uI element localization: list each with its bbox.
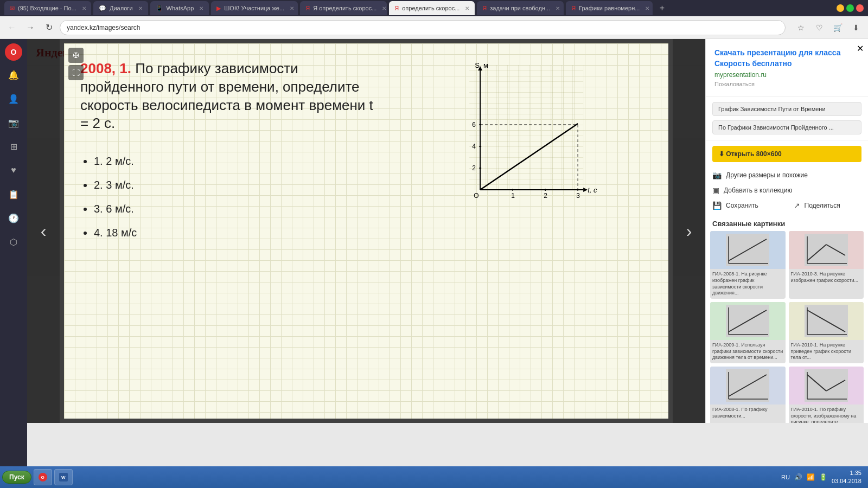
new-tab-button[interactable]: + — [655, 1, 669, 15]
tab-6-close[interactable]: ✕ — [465, 5, 469, 11]
taskbar: Пуск O W RU 🔊 📶 🔋 1:35 03.04.2018 — [0, 466, 868, 488]
clock-date: 03.04.2018 — [832, 477, 861, 485]
forward-button[interactable]: → — [23, 20, 38, 35]
tab-8-icon: Я — [571, 5, 576, 11]
panel-report-link[interactable]: Пожаловаться — [714, 81, 859, 87]
taskbar-right: RU 🔊 📶 🔋 1:35 03.04.2018 — [781, 469, 866, 486]
sidebar-item-camera[interactable]: 📷 — [4, 113, 23, 132]
nav-icon-group: ☆ ♡ 🛒 ⬇ — [793, 20, 864, 35]
panel-main-title: Скачать презентацию для класса Скорость … — [714, 48, 859, 69]
refresh-button[interactable]: ↻ — [41, 20, 56, 35]
svg-text:O: O — [474, 192, 478, 200]
panel-action-save-label: Сохранить — [726, 202, 758, 209]
cart-button[interactable]: 🛒 — [830, 20, 845, 35]
tab-4-close[interactable]: ✕ — [290, 5, 294, 11]
related-img-2[interactable]: ГИА-2010-3. На рисунке изображен график … — [789, 231, 864, 299]
panel-action-similar[interactable]: 📷 Другие размеры и похожие — [706, 168, 868, 183]
zoom-out-button[interactable]: ✠ — [68, 48, 84, 63]
battery-icon[interactable]: 🔋 — [819, 473, 827, 481]
tab-8-close[interactable]: ✕ — [645, 5, 649, 11]
related-img-2-text: ГИА-2010-3. На рисунке изображен график … — [789, 269, 864, 286]
taskbar-item-word[interactable]: W — [54, 469, 73, 485]
svg-text:t, с: t, с — [588, 186, 597, 194]
sidebar-item-grid[interactable]: ⊞ — [4, 137, 23, 156]
svg-text:3: 3 — [576, 192, 580, 200]
right-panel: ✕ Скачать презентацию для класса Скорост… — [705, 39, 868, 423]
svg-text:4: 4 — [472, 143, 476, 150]
panel-tag-2[interactable]: По Графики Зависимости Пройденного ... — [712, 120, 861, 134]
tab-5-close[interactable]: ✕ — [382, 5, 386, 11]
tab-6[interactable]: Я определить скорос... ✕ — [389, 1, 475, 15]
tab-8[interactable]: Я Графики равномерн... ✕ — [566, 1, 653, 15]
option-1: 1. 2 м/с. — [94, 149, 384, 173]
related-img-5-placeholder — [710, 367, 786, 404]
nav-bar: ← → ↻ ☆ ♡ 🛒 ⬇ — [0, 16, 868, 39]
tab-2[interactable]: 💬 Диалоги ✕ — [93, 1, 148, 15]
language-label: RU — [781, 474, 790, 480]
network-icon[interactable]: 📶 — [807, 473, 815, 481]
close-button[interactable] — [856, 4, 864, 12]
back-button[interactable]: ← — [4, 20, 20, 35]
tab-3-close[interactable]: ✕ — [199, 5, 203, 11]
related-img-1[interactable]: ГИА-2008-1. На рисунке изображен график … — [710, 231, 786, 299]
browser-window: ✉ (95) Входящие - По... ✕ 💬 Диалоги ✕ 📱 … — [0, 0, 868, 488]
sidebar-item-user[interactable]: 👤 — [4, 89, 23, 108]
close-panel-button[interactable]: ✕ — [857, 43, 864, 54]
sidebar-item-notifications[interactable]: 🔔 — [4, 65, 23, 85]
download-button[interactable]: ⬇ — [848, 20, 864, 35]
panel-action-save[interactable]: 💾 Сохранить — [706, 198, 787, 213]
next-image-button[interactable]: › — [673, 39, 705, 423]
tab-7-label: задачи при свободн... — [490, 5, 550, 11]
prev-image-button[interactable]: ‹ — [27, 39, 60, 423]
panel-action-collection-label: Добавить в коллекцию — [724, 187, 792, 194]
tab-2-close[interactable]: ✕ — [138, 5, 143, 11]
volume-icon[interactable]: 🔊 — [794, 473, 802, 481]
slide-number: 2008, 1. — [80, 60, 131, 76]
panel-action-collection[interactable]: ▣ Добавить в коллекцию — [706, 183, 868, 198]
tab-1-close[interactable]: ✕ — [82, 5, 86, 11]
slide-options-list: 1. 2 м/с. 2. 3 м/с. 3. 6 м/с. 4. 18 м/с — [80, 149, 384, 245]
minimize-button[interactable] — [837, 4, 844, 12]
sidebar-item-vr[interactable]: ⬡ — [4, 232, 23, 252]
tab-5[interactable]: Я Я определить скорос... ✕ — [300, 1, 387, 15]
tab-4[interactable]: ▶ ШОК! Участница же... ✕ — [211, 1, 298, 15]
language-button[interactable]: RU — [781, 474, 790, 480]
related-img-6[interactable]: ГИА-2010-1. По графику скорости, изображ… — [789, 367, 864, 423]
tab-7[interactable]: Я задачи при свободн... ✕ — [477, 1, 564, 15]
sidebar-item-favorites[interactable]: ♥ — [4, 160, 23, 180]
tab-3[interactable]: 📱 WhatsApp ✕ — [150, 1, 209, 15]
tab-6-label: определить скорос... — [402, 5, 459, 11]
taskbar-item-opera[interactable]: O — [34, 469, 52, 485]
heart-button[interactable]: ♡ — [812, 20, 827, 35]
graph-svg: t, с S, м 1 2 3 — [395, 60, 652, 211]
related-img-5[interactable]: ГИА-2008-1. По графику зависимости... — [710, 367, 786, 423]
related-img-2-placeholder — [789, 231, 864, 269]
opera-icon: O — [39, 473, 47, 481]
sidebar-item-history[interactable]: 🕐 — [4, 208, 23, 228]
address-bar[interactable] — [60, 20, 786, 35]
main-content: Яндекс Найти Картинки Видео ‹ — [27, 39, 868, 466]
sidebar-item-notes[interactable]: 📋 — [4, 184, 23, 204]
panel-title-section: Скачать презентацию для класса Скорость … — [706, 39, 868, 97]
slide-text-area: 2008, 1. По графику зависимости пройденн… — [80, 60, 395, 402]
tab-1[interactable]: ✉ (95) Входящие - По... ✕ — [4, 1, 91, 15]
crop-button[interactable]: ⛶ — [68, 65, 84, 80]
start-button[interactable]: Пуск — [2, 471, 31, 484]
tab-7-close[interactable]: ✕ — [556, 5, 560, 11]
panel-action-share[interactable]: ↗ Поделиться — [787, 198, 869, 213]
related-img-4[interactable]: ГИА-2010-1. На рисунке приведен график с… — [789, 302, 864, 363]
slide-content: 2008, 1. По графику зависимости пройденн… — [80, 60, 652, 402]
word-icon: W — [59, 473, 68, 481]
related-img-3-text: ГИА-2009-1. Используя графики зависимост… — [710, 340, 786, 363]
svg-text:1: 1 — [511, 192, 515, 200]
maximize-button[interactable] — [846, 4, 854, 12]
panel-tag-1[interactable]: График Зависимости Пути от Времени — [712, 102, 861, 116]
tab-8-label: Графики равномерн... — [579, 5, 640, 11]
related-img-3[interactable]: ГИА-2009-1. Используя графики зависимост… — [710, 302, 786, 363]
bookmark-button[interactable]: ☆ — [793, 20, 808, 35]
open-800x600-button[interactable]: ⬇ Открыть 800×600 — [712, 146, 861, 162]
related-img-6-placeholder — [789, 367, 864, 404]
panel-tags: График Зависимости Пути от Времени По Гр… — [706, 97, 868, 140]
panel-site: mypresentation.ru — [714, 71, 859, 79]
tab-5-icon: Я — [305, 5, 310, 11]
